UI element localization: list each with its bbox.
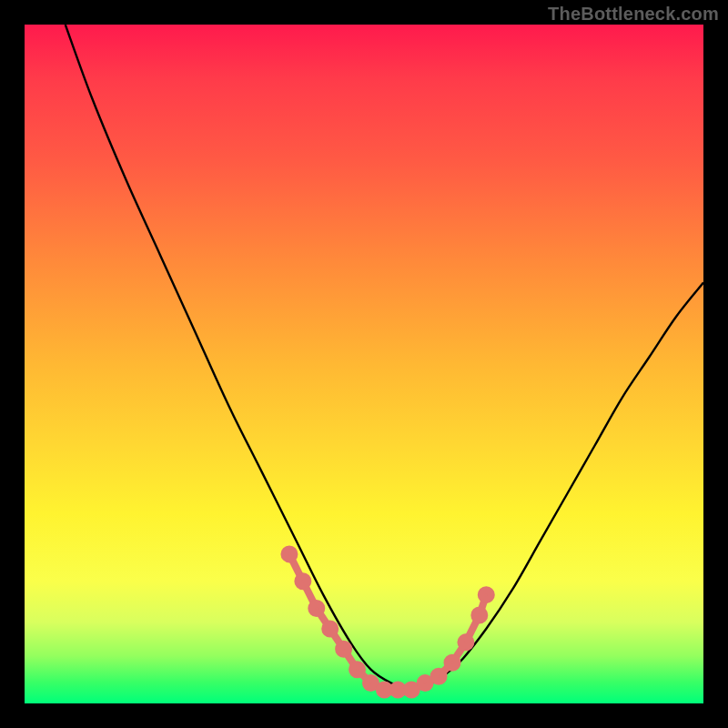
marker-dot <box>474 611 484 621</box>
marker-dot <box>379 685 389 695</box>
marker-dot <box>393 685 403 695</box>
chart-frame: TheBottleneck.com <box>0 0 728 728</box>
marker-dot <box>407 685 417 695</box>
marker-dot <box>311 603 321 613</box>
marker-dot <box>284 549 294 559</box>
marker-dot <box>460 637 470 647</box>
marker-dot <box>352 664 362 674</box>
plot-area <box>25 25 703 703</box>
marker-dot <box>366 678 376 688</box>
marker-dot <box>298 576 308 586</box>
watermark-text: TheBottleneck.com <box>548 4 719 25</box>
marker-dot <box>339 644 349 654</box>
marker-dot <box>447 658 457 668</box>
chart-svg <box>25 25 703 703</box>
marker-dot <box>481 590 491 600</box>
highlighted-points <box>284 549 490 694</box>
bottleneck-curve <box>66 25 703 690</box>
marker-dot <box>434 672 444 682</box>
marker-dot <box>325 623 335 633</box>
marker-dot <box>420 678 430 688</box>
